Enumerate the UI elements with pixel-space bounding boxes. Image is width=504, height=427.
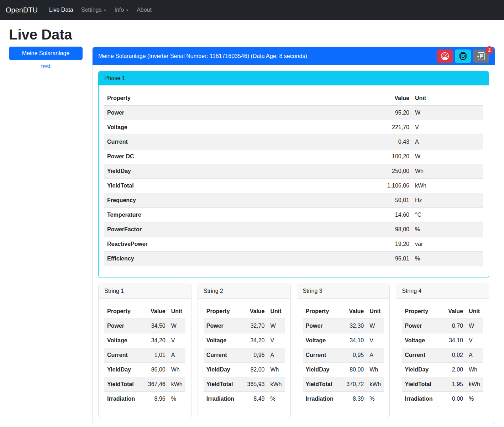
string-table: PropertyValueUnitPower34,50WVoltage34,20… [104, 304, 185, 406]
property-cell: YieldTotal [104, 377, 141, 392]
property-cell: Power [104, 106, 369, 120]
table-row: Power DC100,20W [104, 149, 483, 164]
sidebar-inverter-test[interactable]: test [9, 60, 83, 72]
value-cell: 80,00 [339, 363, 367, 377]
sidebar-inverter-meine-solaranlage[interactable]: Meine Solaranlage [9, 47, 83, 60]
column-header: Unit [367, 304, 384, 319]
unit-cell: V [466, 333, 483, 348]
nav-item-label: About [137, 7, 152, 13]
unit-cell: kWh [367, 377, 384, 392]
table-row: Voltage34,10V [402, 333, 483, 348]
nav-item-settings[interactable]: Settings [78, 3, 110, 17]
unit-cell: W [466, 319, 483, 333]
string-card: String 1 PropertyValueUnitPower34,50WVol… [98, 284, 191, 418]
property-cell: Irradiation [104, 392, 141, 406]
property-cell: YieldDay [104, 164, 369, 179]
unit-cell: W [168, 319, 185, 333]
event-log-button[interactable]: 2 [473, 49, 489, 63]
unit-cell: % [412, 252, 483, 266]
table-row: PowerFactor98,00% [104, 222, 483, 237]
unit-cell: A [168, 348, 185, 363]
unit-cell: % [466, 392, 483, 406]
page-title: Live Data [9, 27, 495, 42]
value-cell: 34,20 [240, 333, 268, 348]
nav-item-live-data[interactable]: Live Data [46, 3, 76, 17]
column-header: Unit [466, 304, 483, 319]
property-cell: Voltage [303, 333, 339, 348]
value-cell: 8,49 [240, 392, 268, 406]
inverter-card-header: Meine Solaranlage (Inverter Serial Numbe… [93, 47, 495, 65]
unit-cell: % [412, 222, 483, 237]
string-card-title: String 1 [99, 284, 191, 299]
device-info-button[interactable] [455, 49, 471, 63]
nav-item-info[interactable]: Info [111, 3, 132, 17]
table-row: Current0,96A [204, 348, 285, 363]
string-table: PropertyValueUnitPower32,70WVoltage34,20… [204, 304, 285, 406]
chevron-down-icon [126, 10, 129, 11]
unit-cell: V [367, 333, 384, 348]
table-header-row: PropertyValueUnit [104, 91, 483, 106]
nav-item-label: Live Data [49, 7, 73, 13]
table-header-row: PropertyValueUnit [402, 304, 483, 319]
nav-links: Live Data Settings Info About [46, 3, 157, 17]
table-row: Efficiency95,01% [104, 252, 483, 266]
unit-cell: Wh [367, 363, 384, 377]
table-row: YieldTotal1,95kWh [402, 377, 483, 392]
table-row: YieldTotal367,46kWh [104, 377, 185, 392]
table-row: YieldDay2,00Wh [402, 363, 483, 377]
speedometer-icon [441, 52, 449, 60]
unit-cell: A [466, 348, 483, 363]
value-cell: 0,70 [438, 319, 466, 333]
nav-item-label: Settings [81, 7, 102, 13]
property-cell: ReactivePower [104, 237, 369, 252]
inverter-action-buttons: 2 [437, 49, 489, 63]
property-cell: YieldTotal [204, 377, 240, 392]
value-cell: 19,20 [369, 237, 412, 252]
value-cell: 34,10 [438, 333, 466, 348]
property-cell: Power [402, 319, 438, 333]
value-cell: 95,20 [369, 106, 412, 120]
unit-cell: V [168, 333, 185, 348]
nav-item-about[interactable]: About [134, 3, 154, 17]
table-row: Temperature14,60°C [104, 208, 483, 222]
value-cell: 34,20 [141, 333, 168, 348]
table-row: YieldDay86,00Wh [104, 363, 185, 377]
property-cell: Power [204, 319, 240, 333]
string-table: PropertyValueUnitPower32,30WVoltage34,10… [303, 304, 384, 406]
unit-cell: V [412, 120, 483, 135]
phase-card: Phase 1 PropertyValueUnitPower95,20WVolt… [98, 71, 489, 278]
string-card: String 2 PropertyValueUnitPower32,70WVol… [198, 284, 291, 418]
property-cell: Frequency [104, 193, 369, 208]
property-cell: Power DC [104, 149, 369, 164]
inverter-card-body: Phase 1 PropertyValueUnitPower95,20WVolt… [93, 65, 495, 424]
value-cell: 86,00 [141, 363, 168, 377]
value-cell: 8,39 [339, 392, 367, 406]
value-cell: 8,96 [141, 392, 168, 406]
column-header: Value [339, 304, 367, 319]
column-header: Value [141, 304, 168, 319]
value-cell: 34,10 [339, 333, 367, 348]
unit-cell: kWh [168, 377, 185, 392]
unit-cell: kWh [466, 377, 483, 392]
column-header: Property [303, 304, 339, 319]
column-header: Unit [168, 304, 185, 319]
table-header-row: PropertyValueUnit [303, 304, 384, 319]
limit-settings-button[interactable] [437, 49, 453, 63]
column-header: Property [104, 304, 141, 319]
table-row: Frequency50,01Hz [104, 193, 483, 208]
unit-cell: A [268, 348, 285, 363]
unit-cell: Wh [168, 363, 185, 377]
table-row: YieldDay82,00Wh [204, 363, 285, 377]
table-row: ReactivePower19,20var [104, 237, 483, 252]
table-row: Irradiation8,49% [204, 392, 285, 406]
navbar-brand[interactable]: OpenDTU [4, 3, 39, 17]
property-cell: Voltage [104, 333, 141, 348]
unit-cell: °C [412, 208, 483, 222]
property-cell: PowerFactor [104, 222, 369, 237]
string-card-title: String 4 [396, 284, 489, 299]
cpu-icon [459, 52, 467, 60]
value-cell: 82,00 [240, 363, 268, 377]
property-cell: Current [104, 348, 141, 363]
value-cell: 98,00 [369, 222, 412, 237]
unit-cell: % [168, 392, 185, 406]
